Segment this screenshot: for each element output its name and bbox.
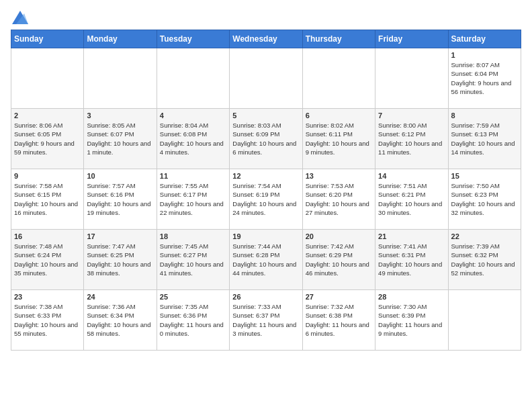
- day-number: 1: [451, 51, 518, 59]
- day-number: 27: [306, 293, 372, 301]
- week-row-2: 2Sunrise: 8:06 AM Sunset: 6:05 PM Daylig…: [11, 109, 521, 169]
- day-number: 25: [160, 293, 226, 301]
- day-info: Sunrise: 7:39 AM Sunset: 6:32 PM Dayligh…: [451, 242, 518, 277]
- day-info: Sunrise: 7:58 AM Sunset: 6:15 PM Dayligh…: [14, 181, 81, 217]
- day-info: Sunrise: 8:04 AM Sunset: 6:08 PM Dayligh…: [160, 121, 226, 156]
- day-info: Sunrise: 7:44 AM Sunset: 6:28 PM Dayligh…: [232, 242, 299, 277]
- header-row: SundayMondayTuesdayWednesdayThursdayFrid…: [11, 30, 521, 48]
- day-info: Sunrise: 7:54 AM Sunset: 6:19 PM Dayligh…: [232, 181, 299, 217]
- day-number: 10: [87, 172, 153, 180]
- day-info: Sunrise: 7:35 AM Sunset: 6:36 PM Dayligh…: [160, 302, 226, 338]
- day-cell: 17Sunrise: 7:47 AM Sunset: 6:25 PM Dayli…: [84, 230, 157, 290]
- day-cell: 16Sunrise: 7:48 AM Sunset: 6:24 PM Dayli…: [11, 230, 84, 290]
- day-number: 2: [14, 111, 81, 120]
- day-info: Sunrise: 7:51 AM Sunset: 6:21 PM Dayligh…: [378, 181, 445, 217]
- day-cell: 8Sunrise: 7:59 AM Sunset: 6:13 PM Daylig…: [448, 109, 521, 169]
- day-cell: 21Sunrise: 7:41 AM Sunset: 6:31 PM Dayli…: [375, 230, 448, 290]
- day-number: 12: [232, 172, 299, 180]
- day-cell: [302, 48, 375, 109]
- column-header-friday: Friday: [375, 30, 448, 48]
- day-number: 8: [451, 111, 518, 120]
- day-info: Sunrise: 7:42 AM Sunset: 6:29 PM Dayligh…: [306, 242, 372, 277]
- day-info: Sunrise: 8:06 AM Sunset: 6:05 PM Dayligh…: [14, 121, 81, 156]
- day-number: 11: [160, 172, 226, 180]
- day-cell: 6Sunrise: 8:02 AM Sunset: 6:11 PM Daylig…: [302, 109, 375, 169]
- column-header-monday: Monday: [84, 30, 157, 48]
- day-info: Sunrise: 7:33 AM Sunset: 6:37 PM Dayligh…: [232, 302, 299, 338]
- calendar-header: SundayMondayTuesdayWednesdayThursdayFrid…: [11, 30, 521, 48]
- day-number: 13: [306, 172, 372, 180]
- day-number: 7: [378, 111, 445, 120]
- column-header-wednesday: Wednesday: [230, 30, 302, 48]
- day-cell: 12Sunrise: 7:54 AM Sunset: 6:19 PM Dayli…: [230, 169, 302, 230]
- day-info: Sunrise: 7:41 AM Sunset: 6:31 PM Dayligh…: [378, 242, 445, 277]
- day-cell: 1Sunrise: 8:07 AM Sunset: 6:04 PM Daylig…: [448, 48, 521, 109]
- day-number: 4: [160, 111, 226, 120]
- week-row-5: 23Sunrise: 7:38 AM Sunset: 6:33 PM Dayli…: [11, 290, 521, 351]
- day-info: Sunrise: 7:50 AM Sunset: 6:23 PM Dayligh…: [451, 181, 518, 217]
- day-cell: 3Sunrise: 8:05 AM Sunset: 6:07 PM Daylig…: [84, 109, 157, 169]
- day-number: 5: [232, 111, 299, 120]
- day-info: Sunrise: 7:48 AM Sunset: 6:24 PM Dayligh…: [14, 242, 81, 277]
- day-cell: 25Sunrise: 7:35 AM Sunset: 6:36 PM Dayli…: [157, 290, 229, 351]
- week-row-1: 1Sunrise: 8:07 AM Sunset: 6:04 PM Daylig…: [11, 48, 521, 109]
- day-number: 24: [87, 293, 153, 301]
- day-info: Sunrise: 7:32 AM Sunset: 6:38 PM Dayligh…: [306, 302, 372, 338]
- day-info: Sunrise: 7:30 AM Sunset: 6:39 PM Dayligh…: [378, 302, 445, 338]
- day-cell: [230, 48, 302, 109]
- day-cell: 23Sunrise: 7:38 AM Sunset: 6:33 PM Dayli…: [11, 290, 84, 351]
- day-cell: 20Sunrise: 7:42 AM Sunset: 6:29 PM Dayli…: [302, 230, 375, 290]
- day-info: Sunrise: 7:57 AM Sunset: 6:16 PM Dayligh…: [87, 181, 153, 217]
- column-header-thursday: Thursday: [302, 30, 375, 48]
- day-info: Sunrise: 7:36 AM Sunset: 6:34 PM Dayligh…: [87, 302, 153, 338]
- day-info: Sunrise: 8:05 AM Sunset: 6:07 PM Dayligh…: [87, 121, 153, 156]
- day-cell: 18Sunrise: 7:45 AM Sunset: 6:27 PM Dayli…: [157, 230, 229, 290]
- day-cell: 2Sunrise: 8:06 AM Sunset: 6:05 PM Daylig…: [11, 109, 84, 169]
- day-info: Sunrise: 7:45 AM Sunset: 6:27 PM Dayligh…: [160, 242, 226, 277]
- day-info: Sunrise: 8:00 AM Sunset: 6:12 PM Dayligh…: [378, 121, 445, 156]
- day-info: Sunrise: 7:55 AM Sunset: 6:17 PM Dayligh…: [160, 181, 226, 217]
- day-cell: [11, 48, 84, 109]
- week-row-3: 9Sunrise: 7:58 AM Sunset: 6:15 PM Daylig…: [11, 169, 521, 230]
- day-number: 28: [378, 293, 445, 301]
- logo-icon: [12, 11, 28, 24]
- day-cell: 4Sunrise: 8:04 AM Sunset: 6:08 PM Daylig…: [157, 109, 229, 169]
- day-info: Sunrise: 8:03 AM Sunset: 6:09 PM Dayligh…: [232, 121, 299, 156]
- logo: [11, 11, 28, 24]
- day-number: 9: [14, 172, 81, 180]
- day-info: Sunrise: 7:53 AM Sunset: 6:20 PM Dayligh…: [306, 181, 372, 217]
- day-number: 14: [378, 172, 445, 180]
- day-cell: 28Sunrise: 7:30 AM Sunset: 6:39 PM Dayli…: [375, 290, 448, 351]
- day-number: 20: [306, 232, 372, 240]
- day-cell: 5Sunrise: 8:03 AM Sunset: 6:09 PM Daylig…: [230, 109, 302, 169]
- column-header-sunday: Sunday: [11, 30, 84, 48]
- day-info: Sunrise: 7:38 AM Sunset: 6:33 PM Dayligh…: [14, 302, 81, 338]
- day-number: 23: [14, 293, 81, 301]
- day-cell: 13Sunrise: 7:53 AM Sunset: 6:20 PM Dayli…: [302, 169, 375, 230]
- column-header-tuesday: Tuesday: [157, 30, 229, 48]
- day-cell: 26Sunrise: 7:33 AM Sunset: 6:37 PM Dayli…: [230, 290, 302, 351]
- day-number: 21: [378, 232, 445, 240]
- day-cell: 19Sunrise: 7:44 AM Sunset: 6:28 PM Dayli…: [230, 230, 302, 290]
- column-header-saturday: Saturday: [448, 30, 521, 48]
- day-number: 17: [87, 232, 153, 240]
- day-number: 19: [232, 232, 299, 240]
- day-cell: 24Sunrise: 7:36 AM Sunset: 6:34 PM Dayli…: [84, 290, 157, 351]
- calendar-body: 1Sunrise: 8:07 AM Sunset: 6:04 PM Daylig…: [11, 48, 521, 351]
- day-info: Sunrise: 8:02 AM Sunset: 6:11 PM Dayligh…: [306, 121, 372, 156]
- day-cell: 27Sunrise: 7:32 AM Sunset: 6:38 PM Dayli…: [302, 290, 375, 351]
- day-number: 15: [451, 172, 518, 180]
- day-cell: 10Sunrise: 7:57 AM Sunset: 6:16 PM Dayli…: [84, 169, 157, 230]
- day-cell: [375, 48, 448, 109]
- day-number: 3: [87, 111, 153, 120]
- day-number: 18: [160, 232, 226, 240]
- day-info: Sunrise: 7:59 AM Sunset: 6:13 PM Dayligh…: [451, 121, 518, 156]
- day-cell: 15Sunrise: 7:50 AM Sunset: 6:23 PM Dayli…: [448, 169, 521, 230]
- day-cell: 22Sunrise: 7:39 AM Sunset: 6:32 PM Dayli…: [448, 230, 521, 290]
- day-cell: [157, 48, 229, 109]
- day-info: Sunrise: 7:47 AM Sunset: 6:25 PM Dayligh…: [87, 242, 153, 277]
- day-number: 6: [306, 111, 372, 120]
- calendar-table: SundayMondayTuesdayWednesdayThursdayFrid…: [11, 30, 521, 351]
- week-row-4: 16Sunrise: 7:48 AM Sunset: 6:24 PM Dayli…: [11, 230, 521, 290]
- day-cell: 11Sunrise: 7:55 AM Sunset: 6:17 PM Dayli…: [157, 169, 229, 230]
